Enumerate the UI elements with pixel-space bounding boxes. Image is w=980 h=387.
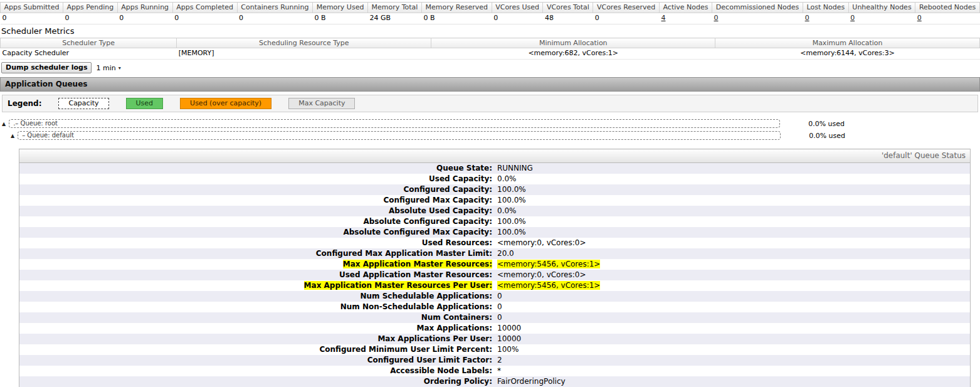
metric-value[interactable]: 0 [714,14,718,22]
dump-scheduler-logs-button[interactable]: Dump scheduler logs [1,62,92,73]
scheduler-column-header: Maximum Allocation [715,38,980,48]
queue-status-row: Accessible Node Labels: * [19,366,971,376]
queue-status-row: Configured Max Capacity: 100.0% [19,195,971,206]
status-value: 10000 [497,334,521,343]
metric-value-cell: 0 [237,13,313,24]
status-value: <memory:5456, vCores:1> [497,281,600,290]
status-value: 100% [497,345,519,354]
queue-status-table: 'default' Queue Status Queue State: RUNN… [19,149,971,387]
status-value: 0 [497,292,502,300]
queue-row-default: ▲ – Queue: default 0.0% used [0,131,980,140]
queue-label-default: – Queue: default [22,132,74,139]
metric-value: 0 B [315,14,326,22]
metric-header: VCores Reserved [593,3,660,13]
status-value: 100.0% [497,217,526,226]
metric-value: 0 [119,14,124,22]
scheduler-column-header: Scheduling Resource Type [177,38,431,48]
metric-value-cell: 0 [1,13,63,24]
status-label: Configured User Limit Factor: [367,356,492,364]
log-interval-select[interactable]: 1 min ▾ [95,64,122,72]
metric-value-cell: 4 [660,13,712,24]
cluster-metrics-header-row: Apps Submitted Apps Pending Apps Running… [1,3,980,13]
scheduler-metrics-table: Scheduler Type Scheduling Resource Type … [0,38,980,60]
queue-status-section: 'default' Queue Status Queue State: RUNN… [19,149,971,387]
metric-value-cell: 0 [63,13,118,24]
queue-status-row: Num Non-Schedulable Applications: 0 [19,302,971,312]
scheduler-metrics-title: Scheduler Metrics [1,26,980,36]
metric-value-cell: 0 B [421,13,492,24]
status-label: Num Schedulable Applications: [360,292,492,300]
queue-used-default: 0.0% used [809,132,845,140]
status-value: 100.0% [497,228,526,236]
metric-value: 0 [174,14,179,22]
tree-expand-icon[interactable]: ▲ [11,133,14,139]
scheduler-type-value: Capacity Scheduler [1,48,177,60]
metric-value: 0 B [423,14,435,22]
status-label: Accessible Node Labels: [390,366,492,375]
minimum-allocation-value: <memory:682, vCores:1> [431,48,715,60]
queue-bar-root[interactable]: .– Queue: root [9,119,780,128]
metric-value: 0 [3,14,7,22]
status-label: Absolute Used Capacity: [389,206,492,215]
metric-header: Decommissioned Nodes [712,3,803,13]
legend-used-swatch: Used [126,98,164,109]
queue-status-row: Used Resources: <memory:0, vCores:0> [19,238,971,248]
status-value: 0.0% [497,206,517,215]
metric-header: Memory Total [367,3,421,13]
cluster-metrics-table: Apps Submitted Apps Pending Apps Running… [0,2,980,24]
status-label: Queue State: [436,164,492,172]
status-label: Absolute Configured Capacity: [363,217,492,226]
metric-value-cell: 24 GB [367,13,421,24]
status-value: 0.0% [497,174,517,183]
application-queues-header: Application Queues [0,77,980,92]
queue-status-row: Configured Max Application Master Limit:… [19,248,971,259]
metric-value[interactable]: 0 [850,14,855,22]
legend: Legend: Capacity Used Used (over capacit… [2,95,978,112]
metric-value[interactable]: 0 [917,14,922,22]
status-value: 0 [497,302,502,311]
metric-value-cell: 0 [848,13,915,24]
status-label: Num Non-Schedulable Applications: [340,302,492,311]
legend-max-capacity-swatch: Max Capacity [288,98,355,109]
metric-value-cell: 0 [803,13,849,24]
metric-value-cell: 0 [593,13,660,24]
queue-status-header-row: 'default' Queue Status [19,149,971,163]
metric-value-cell: 48 [543,13,593,24]
queue-status-row: Max Applications Per User: 10000 [19,334,971,344]
metric-value-cell: 0 B [313,13,368,24]
status-value: * [497,366,501,375]
status-value: RUNNING [497,164,533,172]
metric-value-cell: 0 [915,13,980,24]
metric-header: Apps Completed [172,3,237,13]
legend-label: Legend: [8,99,41,108]
metric-value: 0 [595,14,599,22]
metric-header: Lost Nodes [803,3,849,13]
status-label: Used Application Master Resources: [339,270,492,279]
metric-header: Apps Pending [63,3,118,13]
status-value: <memory:0, vCores:0> [497,238,586,247]
queue-used-root: 0.0% used [808,120,845,128]
queue-status-row: Queue State: RUNNING [19,163,971,174]
metric-value[interactable]: 0 [805,14,809,22]
scheduler-column-header: Minimum Allocation [431,38,715,48]
queue-status-row: Num Containers: 0 [19,312,971,323]
metric-value-cell: 0 [492,13,543,24]
status-label: Absolute Configured Max Capacity: [343,228,492,236]
status-label: Max Application Master Resources: [343,260,492,268]
queue-row-root: ▲ .– Queue: root 0.0% used [0,119,980,128]
queue-bar-default[interactable]: – Queue: default [18,131,781,140]
metric-header: Active Nodes [660,3,712,13]
scheduling-resource-type-value: [MEMORY] [177,48,431,60]
queue-status-row: Absolute Used Capacity: 0.0% [19,206,971,216]
tree-expand-icon[interactable]: ▲ [2,121,6,127]
queue-status-row: Configured Capacity: 100.0% [19,184,971,195]
status-value: 0 [497,313,502,322]
queue-status-row: Used Capacity: 0.0% [19,174,971,184]
metric-value-cell: 0 [712,13,803,24]
status-label: Configured Max Capacity: [383,196,492,204]
metric-value-cell: 0 [117,13,172,24]
status-label: Max Application Master Resources Per Use… [304,281,492,290]
metric-value: 0 [65,14,70,22]
metric-header: Apps Submitted [1,3,63,13]
metric-value[interactable]: 4 [661,14,666,22]
